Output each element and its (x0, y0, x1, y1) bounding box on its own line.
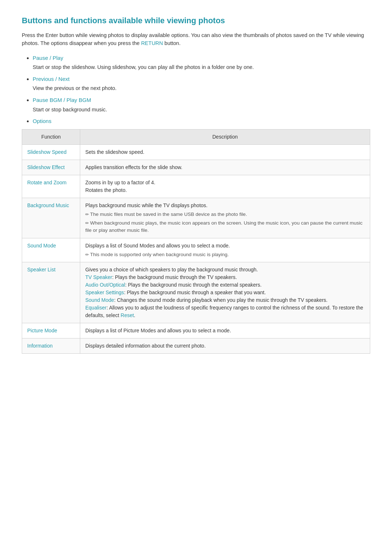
desc-sound-mode: Displays a list of Sound Modes and allow… (80, 238, 370, 262)
pause-play-desc: Start or stop the slideshow. Using slide… (33, 63, 370, 71)
feature-list: Pause / Play Start or stop the slideshow… (22, 54, 370, 126)
col-header-function: Function (22, 129, 80, 144)
audio-out-link: Audio Out/Optical (85, 282, 125, 288)
func-information: Information (22, 338, 80, 353)
sound-mode-note-1: This mode is supported only when backgro… (85, 251, 365, 258)
prev-next-label: Previous / Next (33, 76, 70, 82)
desc-speaker-list: Gives you a choice of which speakers to … (80, 262, 370, 323)
table-row: Slideshow Effect Applies transition effe… (22, 160, 370, 175)
sound-mode-link: Sound Mode (85, 297, 114, 303)
tv-speaker-link: TV Speaker (85, 274, 112, 280)
list-item-bgm: Pause BGM / Play BGM Start or stop backg… (33, 96, 370, 114)
bgm-desc: Start or stop background music. (33, 106, 370, 114)
func-slideshow-effect: Slideshow Effect (22, 160, 80, 175)
speaker-settings-link: Speaker Settings (85, 290, 124, 295)
desc-slideshow-speed: Sets the slideshow speed. (80, 144, 370, 160)
list-item-prev-next: Previous / Next View the previous or the… (33, 75, 370, 93)
options-label: Options (33, 118, 52, 124)
prev-next-desc: View the previous or the next photo. (33, 85, 370, 93)
equaliser-link: Equaliser (85, 305, 106, 311)
desc-information: Displays detailed information about the … (80, 338, 370, 353)
list-item-pause-play: Pause / Play Start or stop the slideshow… (33, 54, 370, 71)
list-item-options: Options (33, 117, 370, 126)
table-row: Speaker List Gives you a choice of which… (22, 262, 370, 323)
desc-rotate-zoom: Zooms in by up to a factor of 4. Rotates… (80, 175, 370, 198)
intro-text: Press the Enter button while viewing pho… (22, 32, 370, 48)
table-row: Sound Mode Displays a list of Sound Mode… (22, 238, 370, 262)
table-row: Rotate and Zoom Zooms in by up to a fact… (22, 175, 370, 198)
func-rotate-zoom: Rotate and Zoom (22, 175, 80, 198)
page-title: Buttons and functions available while vi… (22, 15, 370, 26)
table-row: Information Displays detailed informatio… (22, 338, 370, 353)
return-link[interactable]: RETURN (141, 40, 163, 46)
desc-background-music: Plays background music while the TV disp… (80, 198, 370, 238)
func-speaker-list: Speaker List (22, 262, 80, 323)
func-slideshow-speed: Slideshow Speed (22, 144, 80, 160)
options-table: Function Description Slideshow Speed Set… (22, 129, 370, 354)
desc-slideshow-effect: Applies transition effects for the slide… (80, 160, 370, 175)
desc-picture-mode: Displays a list of Picture Modes and all… (80, 323, 370, 338)
table-row: Picture Mode Displays a list of Picture … (22, 323, 370, 338)
func-picture-mode: Picture Mode (22, 323, 80, 338)
reset-link: Reset (121, 312, 134, 318)
bg-music-note-2: When background music plays, the music i… (85, 219, 365, 234)
func-sound-mode: Sound Mode (22, 238, 80, 262)
bg-music-note-1: The music files must be saved in the sam… (85, 211, 365, 218)
func-background-music: Background Music (22, 198, 80, 238)
pause-play-label: Pause / Play (33, 55, 63, 61)
bgm-label: Pause BGM / Play BGM (33, 97, 91, 103)
col-header-description: Description (80, 129, 370, 144)
table-row: Background Music Plays background music … (22, 198, 370, 238)
table-row: Slideshow Speed Sets the slideshow speed… (22, 144, 370, 160)
